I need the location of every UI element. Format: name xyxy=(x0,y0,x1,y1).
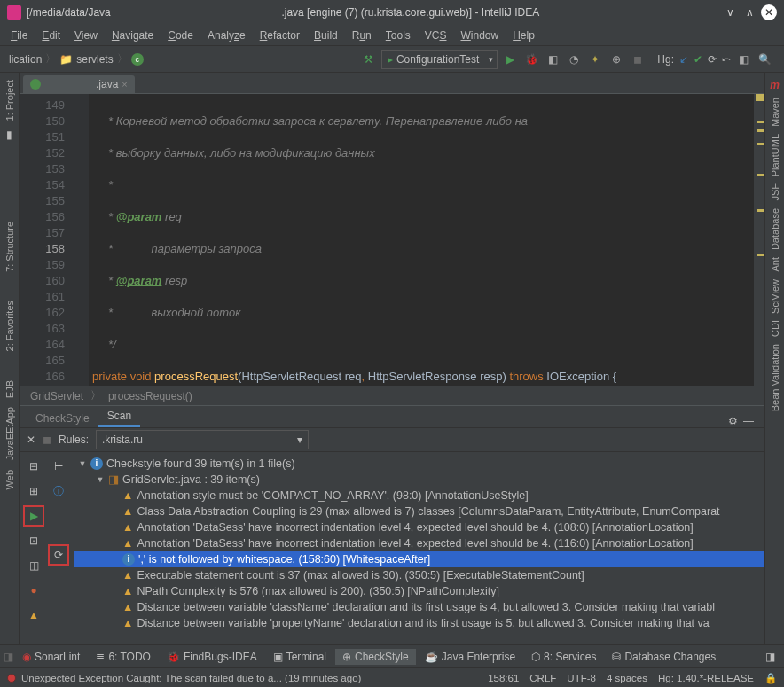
warn-filter-icon[interactable]: ▲ xyxy=(23,605,44,626)
build-icon[interactable]: ⚒ xyxy=(360,51,378,68)
class-icon[interactable]: c xyxy=(131,53,144,66)
run-icon[interactable]: ▶ xyxy=(501,51,519,68)
stop-icon[interactable]: ◼ xyxy=(629,51,647,68)
status-encoding[interactable]: UTF-8 xyxy=(567,673,596,683)
bread-method[interactable]: processRequest() xyxy=(108,390,192,402)
tree-icon[interactable]: ⊢ xyxy=(48,456,69,477)
info-filter-icon[interactable]: ⓘ xyxy=(48,480,69,502)
menu-view[interactable]: View xyxy=(67,27,105,44)
btab-services[interactable]: ⬡8: Services xyxy=(524,649,603,665)
bottom-tabs: ◨ ◉SonarLint ≣6: TODO 🐞FindBugs-IDEA ▣Te… xyxy=(0,644,784,667)
history-icon[interactable]: ⟳ xyxy=(708,53,717,66)
menu-edit[interactable]: Edit xyxy=(35,27,67,44)
status-position[interactable]: 158:61 xyxy=(488,673,519,683)
cs-tab-scan[interactable]: Scan xyxy=(98,407,140,427)
cs-tree[interactable]: ▼i Checkstyle found 39 item(s) in 1 file… xyxy=(74,452,764,644)
rail-bookmark-icon[interactable]: ▮ xyxy=(3,128,17,142)
menu-code[interactable]: Code xyxy=(161,27,200,44)
menu-build[interactable]: Build xyxy=(307,27,345,44)
status-eol[interactable]: CRLF xyxy=(529,673,556,683)
code-area[interactable]: * Корневой метод обработки запроса к сер… xyxy=(89,94,754,386)
tab-label: .java xyxy=(96,78,118,90)
rail-database[interactable]: Database xyxy=(768,205,782,254)
rail-javaee[interactable]: JavaEE:App xyxy=(3,403,17,465)
rail-structure[interactable]: 7: Structure xyxy=(3,218,17,276)
btab-checkstyle[interactable]: ⊕CheckStyle xyxy=(335,649,416,665)
rail-beanval[interactable]: Bean Validation xyxy=(768,340,782,415)
close-icon[interactable]: ✕ xyxy=(761,4,777,20)
folder-icon: 📁 xyxy=(59,53,73,66)
rail-maven[interactable]: Maven xyxy=(768,94,782,130)
rail-favorites[interactable]: 2: Favorites xyxy=(3,297,17,355)
marker-rail[interactable] xyxy=(754,94,764,386)
search-icon[interactable]: 🔍 xyxy=(756,51,773,68)
stop-scan-icon[interactable]: ◼ xyxy=(43,433,51,446)
run-config-select[interactable]: ▸ConfigurationTest xyxy=(381,50,498,69)
menu-run[interactable]: Run xyxy=(345,27,379,44)
hide-icon[interactable]: — xyxy=(743,415,754,427)
menu-tools[interactable]: Tools xyxy=(379,27,418,44)
statusbar: Unexpected Exception Caught: The scan fa… xyxy=(0,667,784,687)
breadcrumb: lication 〉 📁 servlets 〉 c xyxy=(4,51,149,66)
minimize-icon[interactable]: ∨ xyxy=(722,4,738,20)
rail-web[interactable]: Web xyxy=(3,466,17,493)
rail-sciview[interactable]: SciView xyxy=(768,276,782,317)
btab-todo[interactable]: ≣6: TODO xyxy=(89,649,158,665)
crumb-app[interactable]: lication xyxy=(9,53,42,66)
rail-cdi[interactable]: CDI xyxy=(768,316,782,340)
menu-help[interactable]: Help xyxy=(506,27,542,44)
coverage-icon[interactable]: ◧ xyxy=(544,51,561,68)
btab-terminal[interactable]: ▣Terminal xyxy=(266,649,333,665)
collapse-icon[interactable]: ⊞ xyxy=(23,480,44,502)
refresh-button[interactable]: ⟳ xyxy=(48,544,69,566)
menu-file[interactable]: File xyxy=(4,27,35,44)
update-icon[interactable]: ↙ xyxy=(679,53,688,66)
close-tab-icon[interactable]: × xyxy=(122,79,127,90)
status-indent[interactable]: 4 spaces xyxy=(607,673,647,683)
run-check-button[interactable]: ▶ xyxy=(23,505,44,527)
rail-ejb[interactable]: EJB xyxy=(3,377,17,402)
cs-tab-checkstyle[interactable]: CheckStyle xyxy=(27,410,98,427)
menu-refactor[interactable]: Refactor xyxy=(253,27,307,44)
editor-tab[interactable]: xxxxxxxxx.java × xyxy=(23,75,135,93)
toolbar: lication 〉 📁 servlets 〉 c ⚒ ▸Configurati… xyxy=(0,46,784,73)
editor-tabbar: xxxxxxxxx.java × xyxy=(20,73,764,94)
concurrent-icon[interactable]: ✦ xyxy=(586,51,604,68)
gear-icon[interactable]: ⚙ xyxy=(728,415,738,427)
module-icon[interactable]: ◫ xyxy=(23,555,44,576)
btab-sonar[interactable]: ◉SonarLint xyxy=(15,649,87,665)
attach-icon[interactable]: ⊕ xyxy=(608,51,625,68)
rail-project[interactable]: 1: Project xyxy=(3,76,17,124)
lock-icon[interactable]: 🔒 xyxy=(764,672,777,684)
revert-icon[interactable]: ⤺ xyxy=(722,53,731,66)
menu-window[interactable]: Window xyxy=(453,27,506,44)
rail-ant[interactable]: Ant xyxy=(768,254,782,276)
bread-class[interactable]: GridServlet xyxy=(30,390,83,402)
maximize-icon[interactable]: ∧ xyxy=(741,4,757,20)
error-indicator-icon[interactable] xyxy=(7,674,16,683)
menu-vcs[interactable]: VCS xyxy=(418,27,454,44)
autoscroll-icon[interactable]: ⊡ xyxy=(23,530,44,551)
profile-icon[interactable]: ◔ xyxy=(565,51,583,68)
tw-icon[interactable]: ◧ xyxy=(734,51,752,68)
hg-label: Hg: xyxy=(657,53,674,66)
error-filter-icon[interactable]: ● xyxy=(23,580,44,601)
window-title: [/media/data/Java xxxxxxxxxxxxxxxxxxxxxx… xyxy=(27,6,718,19)
commit-icon[interactable]: ✔ xyxy=(694,53,702,66)
close-panel-icon[interactable]: ✕ xyxy=(27,433,35,446)
editor[interactable]: 149150151 152153154 155156157 158159160 … xyxy=(20,94,764,386)
rail-jsf[interactable]: JSF xyxy=(768,180,782,205)
rail-plantuml[interactable]: PlantUML xyxy=(768,130,782,180)
status-hg[interactable]: Hg: 1.40.*-RELEASE xyxy=(658,673,754,683)
btab-dbchanges[interactable]: ⛁Database Changes xyxy=(605,649,723,665)
btab-javaee[interactable]: ☕Java Enterprise xyxy=(418,649,522,665)
btab-findbugs[interactable]: 🐞FindBugs-IDEA xyxy=(160,649,264,665)
event-log-icon[interactable]: ◨ xyxy=(765,651,780,663)
debug-icon[interactable]: 🐞 xyxy=(522,51,540,68)
rules-select[interactable]: .krista.ru xyxy=(96,430,309,449)
maven-icon[interactable]: m xyxy=(768,78,782,92)
crumb-folder[interactable]: servlets xyxy=(76,53,113,66)
menu-navigate[interactable]: Navigate xyxy=(105,27,161,44)
expand-icon[interactable]: ⊟ xyxy=(23,456,44,477)
menu-analyze[interactable]: Analyze xyxy=(200,27,253,44)
